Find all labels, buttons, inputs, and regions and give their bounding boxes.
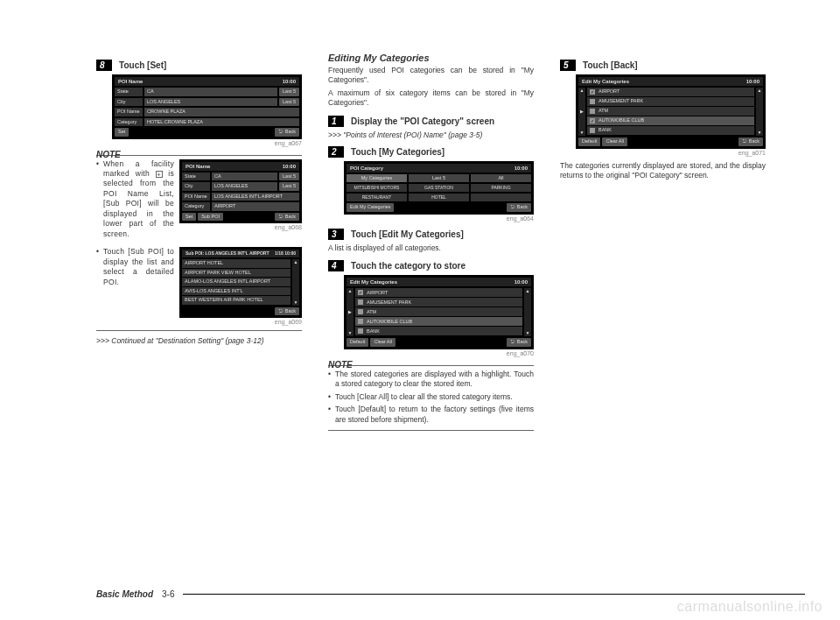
nav-screenshot-edit-categories: Edit My Categories10:00 ▲▶▼ ✓AIRPORT AMU…	[344, 275, 534, 349]
page-footer: Basic Method 3-6	[96, 589, 805, 599]
body-text: The categories currently displayed are s…	[560, 161, 766, 181]
scrollbar: ▲▼	[292, 259, 299, 306]
note-item: Touch [Sub POI] to display the list and …	[96, 247, 302, 325]
step-number: 8	[96, 60, 112, 71]
column-3: 5 Touch [Back] Edit My Categories10:00 ▲…	[560, 53, 766, 436]
footer-section: Basic Method	[96, 589, 153, 599]
body-text: Frequently used POI categories can be st…	[328, 66, 534, 86]
watermark: carmanualsonline.info	[677, 599, 822, 615]
scrollbar: ▲▼	[756, 88, 763, 136]
cross-reference: >>> "Points of Interest (POI) Name" (pag…	[328, 130, 534, 139]
footer-page: 3-6	[162, 589, 174, 599]
step-1: 1 Display the "POI Category" screen	[328, 116, 534, 127]
column-2: Editing My Categories Frequently used PO…	[328, 53, 534, 436]
step-4: 4 Touch the category to store	[328, 260, 534, 271]
screen-title: POI Name	[118, 79, 143, 84]
body-text: A maximum of six category items can be s…	[328, 88, 534, 109]
plus-icon: +	[156, 171, 163, 178]
step-title: Touch [Set]	[119, 60, 166, 70]
image-caption: eng_a067	[96, 140, 302, 146]
nav-screenshot-poi-category: POI Category10:00 My Categories Last 5 A…	[344, 161, 534, 215]
step-8: 8 Touch [Set]	[96, 60, 302, 71]
note-header: NOTE	[96, 150, 121, 159]
column-1: 8 Touch [Set] POI Name 10:00 StateCALast…	[96, 53, 302, 436]
screen-time: 10:00	[283, 79, 296, 84]
step-5: 5 Touch [Back]	[560, 60, 766, 71]
set-button: Set	[115, 128, 129, 137]
note-list: The stored categories are displayed with…	[328, 370, 534, 425]
nav-screenshot-subpoi-available: POI Name10:00 StateCALast 5 CityLOS ANGE…	[179, 159, 302, 224]
note-item: When a facility marked with + is selecte…	[96, 159, 302, 243]
section-heading: Editing My Categories	[328, 53, 534, 63]
nav-screenshot-poi-name: POI Name 10:00 StateCALast 5 CityLOS ANG…	[112, 74, 302, 139]
continued-reference: >>> Continued at "Destination Setting" (…	[96, 336, 302, 345]
step-3: 3 Touch [Edit My Categories]	[328, 229, 534, 240]
back-button: ⮌ Back	[275, 128, 299, 137]
scrollbar: ▲▼	[524, 288, 531, 336]
step-2: 2 Touch [My Categories]	[328, 146, 534, 158]
nav-screenshot-subpoi-list: Sub POI: LOS ANGELES INT'L AIRPORT1/18 1…	[179, 247, 302, 318]
scrollbar: ▲▶▼	[578, 88, 585, 136]
scrollbar: ▲▶▼	[346, 288, 354, 336]
nav-screenshot-edit-categories-back: Edit My Categories10:00 ▲▶▼ ✓AIRPORT AMU…	[576, 74, 766, 149]
